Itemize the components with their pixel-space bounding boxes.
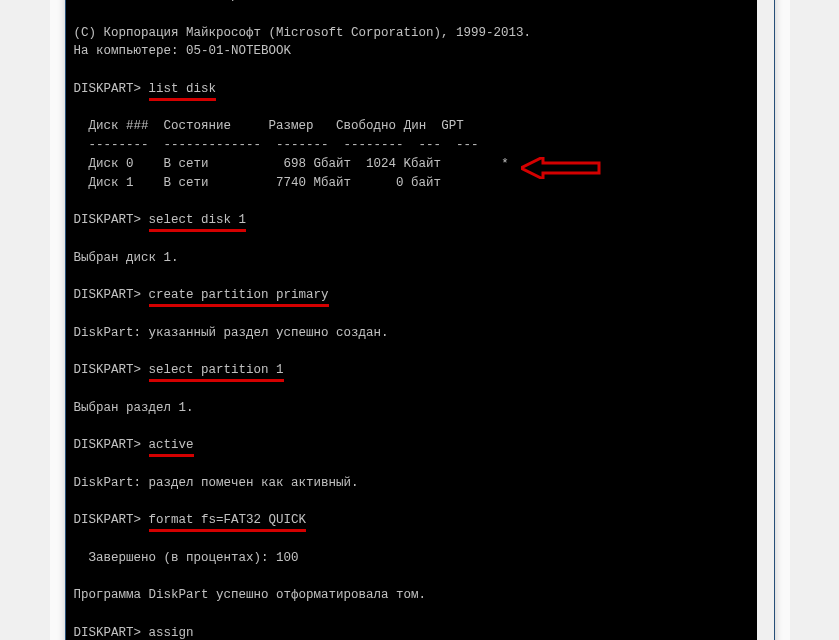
dp-prompt: DISKPART>	[74, 438, 149, 452]
dp-prompt: DISKPART>	[74, 363, 149, 377]
terminal-output[interactable]: D:\Ustanovkaos.ru>diskpart Microsoft Dis…	[66, 0, 757, 640]
msg-disk-selected: Выбран диск 1.	[74, 251, 179, 265]
th-dyn: Дин	[404, 119, 427, 133]
svg-marker-0	[521, 157, 599, 179]
copyright-line: (C) Корпорация Майкрософт (Microsoft Cor…	[74, 26, 532, 40]
cmd-format: format fs=FAT32 QUICK	[149, 511, 307, 530]
th-gpt: GPT	[441, 119, 464, 133]
td-status: В сети	[164, 157, 209, 171]
th-size: Размер	[269, 119, 314, 133]
dp-prompt: DISKPART>	[74, 288, 149, 302]
msg-active: DiskPart: раздел помечен как активный.	[74, 476, 359, 490]
td-disk: Диск 1	[89, 176, 134, 190]
dp-prompt: DISKPART>	[74, 513, 149, 527]
cmd-window: Администратор: Командная строка - diskpa…	[65, 0, 775, 640]
msg-partition-created: DiskPart: указанный раздел успешно созда…	[74, 326, 389, 340]
arrow-icon	[521, 157, 601, 179]
cmd-list-disk: list disk	[149, 80, 217, 99]
cmd-assign: assign	[149, 624, 194, 640]
cmd-select-partition: select partition 1	[149, 361, 284, 380]
td-size: 698 Gбайт	[284, 157, 352, 171]
scrollbar[interactable]: ▲	[757, 0, 774, 640]
version-line: Microsoft DiskPart версии 6.3.9600	[74, 0, 329, 2]
terminal-area: D:\Ustanovkaos.ru>diskpart Microsoft Dis…	[66, 0, 774, 640]
dp-prompt: DISKPART>	[74, 626, 149, 640]
msg-formatted: Программа DiskPart успешно отформатирова…	[74, 588, 427, 602]
msg-progress: Завершено (в процентах): 100	[74, 551, 299, 565]
computer-line: На компьютере: 05-01-NOTEBOOK	[74, 44, 292, 58]
td-gpt: *	[501, 157, 509, 171]
dp-prompt: DISKPART>	[74, 213, 149, 227]
td-status: В сети	[164, 176, 209, 190]
th-free: Свободно	[336, 119, 396, 133]
cmd-active: active	[149, 436, 194, 455]
td-size: 7740 Mбайт	[276, 176, 351, 190]
td-disk: Диск 0	[89, 157, 134, 171]
th-disk: Диск ###	[89, 119, 149, 133]
msg-partition-selected: Выбран раздел 1.	[74, 401, 194, 415]
th-status: Состояние	[164, 119, 232, 133]
td-free: 1024 Kбайт	[366, 157, 441, 171]
cmd-select-disk: select disk 1	[149, 211, 247, 230]
dp-prompt: DISKPART>	[74, 82, 149, 96]
td-free: 0 байт	[396, 176, 441, 190]
arrow-annotation	[521, 120, 601, 142]
cmd-create-partition: create partition primary	[149, 286, 329, 305]
